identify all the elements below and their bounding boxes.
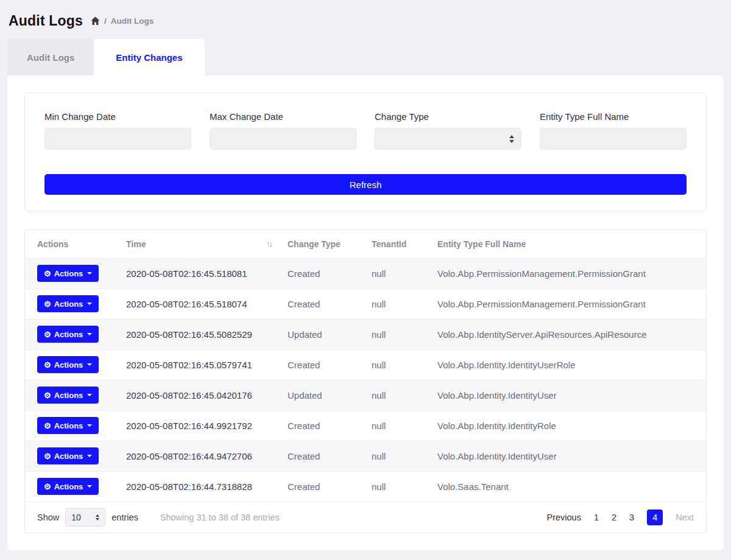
change-type-cell: Created (287, 410, 371, 441)
table-row: ⚙Actions 2020-05-08T02:16:44.7318828 Cre… (25, 471, 706, 502)
caret-down-icon (87, 363, 92, 366)
time-cell: 2020-05-08T02:16:44.7318828 (125, 471, 287, 502)
page-size-select[interactable]: 10 (65, 508, 105, 527)
content-card: Min Change Date Max Change Date Change T… (7, 75, 724, 550)
tenant-id-cell: null (371, 380, 437, 410)
home-icon[interactable] (91, 16, 100, 26)
pagination-page-4[interactable]: 4 (647, 509, 663, 525)
entity-type-cell: Volo.Abp.Identity.IdentityUserRole (437, 349, 706, 380)
entity-changes-table: Actions Time ↑↓ Change Type TenantId Ent… (25, 230, 706, 502)
column-header-tenant-id[interactable]: TenantId (371, 230, 437, 258)
caret-down-icon (87, 272, 92, 275)
column-header-time[interactable]: Time ↑↓ (125, 230, 287, 258)
column-header-change-type[interactable]: Change Type (287, 230, 371, 258)
row-actions-button[interactable]: ⚙Actions (37, 478, 99, 495)
change-type-select[interactable] (375, 128, 521, 150)
change-type-cell: Created (287, 471, 371, 502)
refresh-button[interactable]: Refresh (44, 174, 687, 195)
table-row: ⚙Actions 2020-05-08T02:16:44.9921792 Cre… (25, 410, 706, 441)
tab-audit-logs[interactable]: Audit Logs (7, 39, 94, 75)
gear-icon: ⚙ (44, 422, 51, 430)
tenant-id-cell: null (371, 289, 437, 319)
time-cell: 2020-05-08T02:16:45.518081 (125, 258, 287, 289)
entity-type-cell: Volo.Saas.Tenant (437, 471, 706, 502)
gear-icon: ⚙ (44, 452, 51, 460)
entity-type-input[interactable] (540, 128, 687, 150)
entity-type-cell: Volo.Abp.PermissionManagement.Permission… (437, 289, 706, 319)
pagination-previous[interactable]: Previous (547, 513, 581, 522)
actions-button-label: Actions (54, 452, 83, 461)
actions-button-label: Actions (54, 360, 83, 369)
row-actions-button[interactable]: ⚙Actions (37, 326, 99, 343)
page-title: Audit Logs (9, 13, 83, 29)
time-cell: 2020-05-08T02:16:45.518074 (125, 289, 287, 319)
pagination-next[interactable]: Next (676, 513, 694, 522)
filter-field-max-change-date: Max Change Date (210, 111, 356, 150)
select-updown-icon (509, 135, 514, 143)
max-change-date-input[interactable] (210, 128, 356, 150)
table-row: ⚙Actions 2020-05-08T02:16:45.0420176 Upd… (25, 380, 706, 410)
change-type-cell: Updated (287, 380, 371, 410)
caret-down-icon (87, 424, 92, 427)
tenant-id-cell: null (371, 319, 437, 349)
column-header-time-label: Time (126, 239, 146, 249)
filter-grid: Min Change Date Max Change Date Change T… (44, 111, 687, 150)
actions-button-label: Actions (54, 330, 83, 339)
tenant-id-cell: null (371, 349, 437, 380)
filter-card: Min Change Date Max Change Date Change T… (24, 93, 707, 211)
page-size-value: 10 (71, 513, 81, 522)
time-cell: 2020-05-08T02:16:45.0579741 (125, 349, 287, 380)
tenant-id-cell: null (371, 471, 437, 502)
showing-entries-text: Showing 31 to 38 of 38 entries (160, 513, 280, 522)
caret-down-icon (87, 394, 92, 396)
row-actions-button[interactable]: ⚙Actions (37, 417, 99, 434)
filter-field-min-change-date: Min Change Date (44, 111, 191, 150)
page-header: Audit Logs / Audit Logs (0, 0, 731, 39)
table-row: ⚙Actions 2020-05-08T02:16:45.0579741 Cre… (25, 349, 706, 380)
entity-type-cell: Volo.Abp.Identity.IdentityRole (437, 410, 706, 441)
pagination-page-2[interactable]: 2 (612, 513, 616, 522)
row-actions-button[interactable]: ⚙Actions (37, 295, 99, 312)
table-row: ⚙Actions 2020-05-08T02:16:45.5082529 Upd… (25, 319, 706, 349)
column-header-actions[interactable]: Actions (25, 230, 125, 258)
min-change-date-input[interactable] (44, 128, 191, 150)
select-updown-icon (96, 514, 99, 520)
tab-entity-changes[interactable]: Entity Changes (94, 39, 204, 75)
table-footer: Show 10 entries Showing 31 to 38 of 38 e… (25, 502, 706, 533)
change-type-cell: Created (287, 289, 371, 319)
change-type-cell: Created (287, 258, 371, 289)
pagination-page-3[interactable]: 3 (629, 513, 634, 522)
table-header-row: Actions Time ↑↓ Change Type TenantId Ent… (25, 230, 706, 258)
gear-icon: ⚙ (44, 361, 51, 369)
gear-icon: ⚙ (44, 483, 51, 491)
row-actions-button[interactable]: ⚙Actions (37, 447, 99, 464)
row-actions-button[interactable]: ⚙Actions (37, 356, 99, 373)
table-row: ⚙Actions 2020-05-08T02:16:45.518081 Crea… (25, 258, 706, 289)
row-actions-button[interactable]: ⚙Actions (37, 265, 99, 282)
time-cell: 2020-05-08T02:16:45.5082529 (125, 319, 287, 349)
caret-down-icon (87, 455, 92, 457)
entity-type-cell: Volo.Abp.Identity.IdentityUser (437, 380, 706, 410)
actions-button-label: Actions (54, 269, 83, 278)
column-header-entity-type[interactable]: Entity Type Full Name (437, 230, 706, 258)
table-row: ⚙Actions 2020-05-08T02:16:44.9472706 Cre… (25, 441, 706, 471)
tenant-id-cell: null (371, 258, 437, 289)
time-cell: 2020-05-08T02:16:45.0420176 (125, 380, 287, 410)
change-type-cell: Created (287, 441, 371, 471)
tenant-id-cell: null (371, 410, 437, 441)
table-card: Actions Time ↑↓ Change Type TenantId Ent… (24, 229, 707, 533)
field-label: Max Change Date (210, 111, 356, 122)
field-label: Change Type (375, 111, 521, 122)
sort-icon[interactable]: ↑↓ (266, 239, 272, 248)
change-type-cell: Updated (287, 319, 371, 349)
gear-icon: ⚙ (44, 331, 51, 338)
caret-down-icon (87, 485, 92, 488)
entity-type-cell: Volo.Abp.PermissionManagement.Permission… (437, 258, 706, 289)
row-actions-button[interactable]: ⚙Actions (37, 387, 99, 404)
filter-field-change-type: Change Type (375, 111, 521, 150)
pagination-page-1[interactable]: 1 (594, 513, 599, 522)
tab-bar: Audit Logs Entity Changes (0, 39, 731, 75)
page-size-group: Show 10 entries (37, 508, 138, 527)
caret-down-icon (87, 333, 92, 335)
breadcrumb: / Audit Logs (91, 16, 154, 26)
